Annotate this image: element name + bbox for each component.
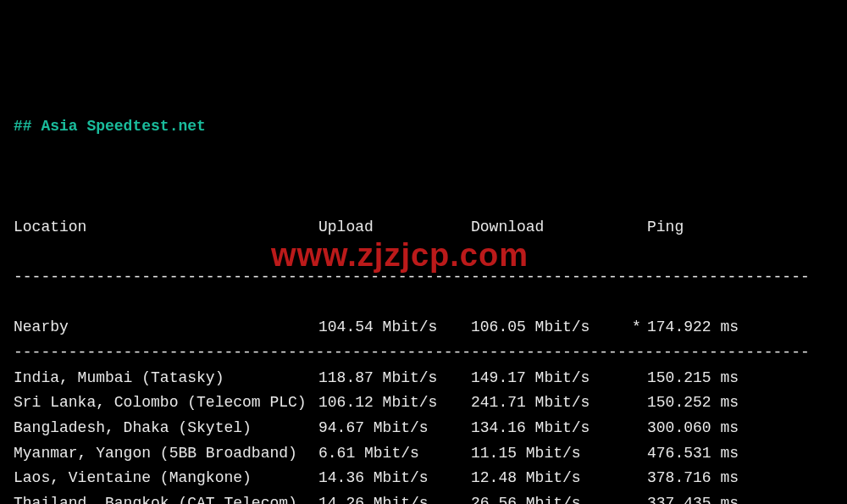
- cell-upload: 106.12 Mbit/s: [318, 390, 471, 416]
- cell-ping: 476.531 ms: [647, 441, 791, 467]
- table-row: Nearby104.54 Mbit/s106.05 Mbit/s* 174.92…: [14, 315, 833, 341]
- cell-star: [632, 366, 647, 391]
- cell-download: 26.56 Mbit/s: [471, 491, 632, 504]
- cell-star: *: [632, 315, 647, 341]
- divider: ----------------------------------------…: [14, 341, 833, 366]
- divider: ----------------------------------------…: [14, 265, 833, 291]
- cell-upload: 6.61 Mbit/s: [318, 441, 471, 467]
- cell-upload: 94.67 Mbit/s: [318, 416, 471, 441]
- cell-ping: 337.435 ms: [647, 491, 791, 504]
- cell-download: 106.05 Mbit/s: [471, 315, 632, 341]
- table-row: Laos, Vientaine (Mangkone)14.36 Mbit/s12…: [14, 466, 833, 491]
- blank-line: [14, 164, 833, 190]
- section-title: ## Asia Speedtest.net: [14, 114, 833, 140]
- cell-star: [632, 491, 647, 504]
- col-header-ping: Ping: [647, 215, 791, 241]
- table-row: Bangladesh, Dhaka (Skytel)94.67 Mbit/s13…: [14, 416, 833, 441]
- col-header-upload: Upload: [318, 215, 471, 241]
- col-header-download: Download: [471, 215, 632, 241]
- cell-ping: 150.252 ms: [647, 390, 791, 416]
- cell-location: Laos, Vientaine (Mangkone): [14, 466, 318, 491]
- table-row: Sri Lanka, Colombo (Telecom PLC)106.12 M…: [14, 390, 833, 416]
- cell-star: [632, 466, 647, 491]
- cell-star: [632, 441, 647, 467]
- cell-download: 134.16 Mbit/s: [471, 416, 632, 441]
- cell-ping: 150.215 ms: [647, 366, 791, 391]
- col-header-location: Location: [14, 215, 318, 241]
- cell-ping: 300.060 ms: [647, 416, 791, 441]
- cell-upload: 14.36 Mbit/s: [318, 466, 471, 491]
- cell-upload: 14.26 Mbit/s: [318, 491, 471, 504]
- cell-ping: 174.922 ms: [647, 315, 791, 341]
- cell-ping: 378.716 ms: [647, 466, 791, 491]
- cell-download: 12.48 Mbit/s: [471, 466, 632, 491]
- cell-location: India, Mumbai (Tatasky): [14, 366, 318, 391]
- cell-upload: 118.87 Mbit/s: [318, 366, 471, 391]
- col-header-star: [632, 215, 647, 241]
- cell-download: 241.71 Mbit/s: [471, 390, 632, 416]
- table-row: Myanmar, Yangon (5BB Broadband)6.61 Mbit…: [14, 441, 833, 467]
- cell-location: Thailand, Bangkok (CAT Telecom): [14, 491, 318, 504]
- cell-star: [632, 416, 647, 441]
- table-header: Location Upload Download Ping: [14, 215, 833, 241]
- table-row: India, Mumbai (Tatasky)118.87 Mbit/s149.…: [14, 366, 833, 391]
- cell-download: 149.17 Mbit/s: [471, 366, 632, 391]
- cell-location: Nearby: [14, 315, 318, 341]
- cell-download: 11.15 Mbit/s: [471, 441, 632, 467]
- cell-upload: 104.54 Mbit/s: [318, 315, 471, 341]
- cell-location: Sri Lanka, Colombo (Telecom PLC): [14, 390, 318, 416]
- cell-location: Bangladesh, Dhaka (Skytel): [14, 416, 318, 441]
- cell-star: [632, 390, 647, 416]
- table-row: Thailand, Bangkok (CAT Telecom)14.26 Mbi…: [14, 491, 833, 504]
- cell-location: Myanmar, Yangon (5BB Broadband): [14, 441, 318, 467]
